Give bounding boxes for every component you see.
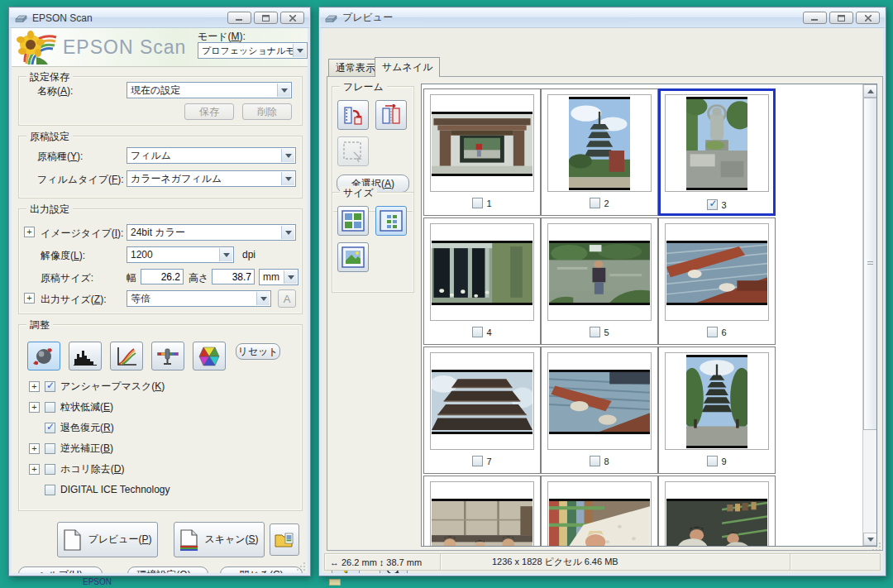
thumbnail-checkbox[interactable]: ✓ bbox=[707, 327, 718, 337]
height-input[interactable] bbox=[212, 269, 255, 284]
adjust-checkbox[interactable]: ✓ bbox=[45, 381, 55, 392]
rotate-left-button[interactable] bbox=[337, 100, 369, 130]
chevron-down-icon bbox=[256, 292, 270, 305]
original-settings-group: 原稿設定 原稿種(Y): フィルム フィルムタイプ(F): カラーネガフィルム bbox=[18, 136, 303, 198]
name-label: 名称(A): bbox=[37, 84, 73, 98]
adjust-checkbox[interactable]: ✓ bbox=[45, 423, 55, 433]
delete-button[interactable]: 削除 bbox=[242, 103, 292, 120]
help-button[interactable]: ヘルプ(H) bbox=[18, 566, 103, 573]
close-dialog-button[interactable]: 閉じる(C) bbox=[220, 566, 303, 573]
close-button[interactable] bbox=[856, 12, 880, 24]
output-size-expand-button[interactable]: + bbox=[24, 293, 35, 304]
thumbnail-checkbox[interactable]: ✓ bbox=[590, 327, 600, 337]
scan-button[interactable]: スキャン(S) bbox=[174, 522, 265, 557]
mode-combobox[interactable]: プロフェッショナルモード bbox=[198, 42, 308, 59]
resize-grip[interactable] bbox=[872, 542, 881, 552]
thumbnail-checkbox[interactable]: ✓ bbox=[472, 456, 483, 466]
thumbnail-cell[interactable]: ✓ 8 bbox=[541, 347, 658, 474]
reset-button[interactable]: リセット bbox=[236, 343, 280, 360]
thumbnail-checkbox[interactable]: ✓ bbox=[472, 327, 483, 337]
thumbnail-photo bbox=[549, 241, 650, 305]
width-input[interactable] bbox=[141, 269, 184, 284]
thumbnail-photo bbox=[666, 499, 767, 547]
thumbnail-cell[interactable]: ✓ 4 bbox=[423, 218, 541, 345]
thumbnail-cell[interactable]: ✓ 2 bbox=[541, 88, 658, 216]
minimize-button[interactable] bbox=[803, 12, 827, 24]
auto-exposure-button[interactable] bbox=[27, 342, 60, 370]
adjust-checkbox[interactable]: ✓ bbox=[45, 464, 55, 475]
tone-curve-button[interactable] bbox=[110, 342, 143, 370]
thumb-size-small-button[interactable] bbox=[337, 206, 369, 236]
vertical-scrollbar[interactable] bbox=[862, 84, 876, 546]
output-size-combobox[interactable]: 等倍 bbox=[127, 290, 271, 307]
image-type-combobox[interactable]: 24bit カラー bbox=[127, 224, 296, 241]
chevron-down-icon bbox=[281, 226, 294, 239]
thumbnail-cell[interactable]: ✓ 12 bbox=[658, 476, 776, 547]
thumbnail-checkbox[interactable]: ✓ bbox=[707, 456, 718, 466]
maximize-button[interactable] bbox=[254, 12, 278, 24]
color-palette-button[interactable] bbox=[193, 342, 226, 370]
thumbnail-cell[interactable]: ✓ 11 bbox=[541, 476, 658, 547]
scanner-icon bbox=[325, 12, 337, 23]
mirror-icon bbox=[380, 104, 402, 126]
film-type-combobox[interactable]: カラーネガフィルム bbox=[127, 170, 296, 187]
auto-size-button[interactable]: A bbox=[278, 289, 296, 308]
thumbnail-photo bbox=[432, 112, 532, 176]
thumbnail-cell[interactable]: ✓ 9 bbox=[658, 347, 776, 474]
thumbnail-cell[interactable]: ✓ 7 bbox=[423, 347, 541, 474]
image-adjustment-button[interactable] bbox=[151, 342, 184, 370]
thumb-size-small-icon bbox=[341, 210, 365, 232]
preview-titlebar[interactable]: プレビュー bbox=[320, 8, 885, 28]
thumbnail-cell[interactable]: ✓ 3 bbox=[658, 88, 776, 216]
output-settings-title: 出力設定 bbox=[26, 203, 73, 217]
thumbnail-checkbox[interactable]: ✓ bbox=[590, 456, 600, 466]
thumbnail-cell[interactable]: ✓ 1 bbox=[423, 88, 541, 216]
desktop-icon[interactable] bbox=[329, 579, 341, 586]
adjust-expand-button[interactable]: + bbox=[29, 381, 40, 392]
histogram-button[interactable] bbox=[69, 342, 102, 370]
maximize-button[interactable] bbox=[829, 12, 853, 24]
settings-save-title: 設定保存 bbox=[26, 70, 73, 84]
thumbnail-number: 2 bbox=[604, 198, 609, 208]
adjust-checkbox[interactable]: ✓ bbox=[45, 485, 55, 495]
settings-name-combobox[interactable]: 現在の設定 bbox=[127, 82, 292, 98]
save-button[interactable]: 保存 bbox=[184, 103, 234, 120]
status-extra bbox=[790, 553, 881, 571]
file-save-settings-button[interactable] bbox=[270, 523, 299, 556]
resolution-combobox[interactable]: 1200 bbox=[127, 246, 234, 263]
mirror-button[interactable] bbox=[375, 100, 407, 130]
tab-thumbnail[interactable]: サムネイル bbox=[375, 57, 440, 77]
thumbnail-cell[interactable]: ✓ 6 bbox=[658, 218, 776, 345]
minimize-button[interactable] bbox=[227, 12, 251, 24]
image-type-expand-button[interactable]: + bbox=[24, 227, 35, 237]
scan-titlebar[interactable]: EPSON Scan bbox=[10, 8, 309, 28]
thumbnail-cell[interactable]: ✓ 10 bbox=[423, 476, 541, 547]
size-unit-combobox[interactable]: mm bbox=[259, 269, 298, 285]
film-frame bbox=[665, 223, 769, 321]
adjust-checkbox[interactable]: ✓ bbox=[45, 402, 55, 413]
close-button[interactable] bbox=[280, 12, 304, 24]
adjust-checkbox[interactable]: ✓ bbox=[45, 443, 55, 454]
thumbnail-checkbox[interactable]: ✓ bbox=[472, 198, 483, 208]
thumb-size-large-button[interactable] bbox=[337, 242, 369, 272]
thumbnail-cell[interactable]: ✓ 5 bbox=[541, 218, 658, 345]
thumbnail-photo bbox=[549, 499, 650, 547]
thumb-size-medium-button[interactable] bbox=[375, 206, 407, 236]
scrollbar-thumb[interactable] bbox=[863, 98, 877, 430]
thumbnail-checkbox[interactable]: ✓ bbox=[590, 198, 600, 208]
output-settings-group: 出力設定 + イメージタイプ(I): 24bit カラー 解像度(L): 120… bbox=[18, 208, 303, 314]
status-pixels: 1236 x 1828 ピクセル 6.46 MB bbox=[440, 553, 790, 571]
adjust-checkbox-label: 逆光補正(B) bbox=[60, 442, 113, 456]
marquee-button[interactable] bbox=[337, 136, 369, 166]
adjust-expand-button[interactable]: + bbox=[29, 464, 40, 475]
configuration-button[interactable]: 環境設定(O)... bbox=[127, 566, 208, 573]
resize-grip[interactable] bbox=[296, 562, 306, 571]
adjust-expand-button[interactable]: + bbox=[29, 443, 40, 454]
chevron-down-icon bbox=[284, 270, 297, 284]
scroll-up-button[interactable] bbox=[863, 84, 877, 98]
preview-button[interactable]: プレビュー(P) bbox=[57, 522, 158, 557]
thumbnail-checkbox[interactable]: ✓ bbox=[707, 199, 718, 210]
adjust-expand-button[interactable]: + bbox=[29, 402, 40, 413]
doc-type-combobox[interactable]: フィルム bbox=[127, 147, 296, 164]
desktop-icon-label[interactable]: EPSON bbox=[83, 577, 112, 586]
